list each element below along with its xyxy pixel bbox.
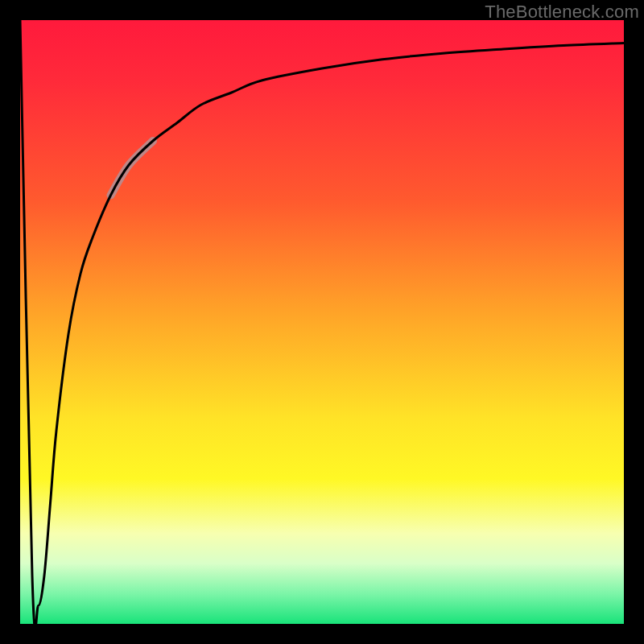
plot-area — [20, 20, 624, 624]
curve-svg — [20, 20, 624, 624]
highlight-segment — [111, 141, 154, 196]
bottleneck-curve — [20, 20, 624, 629]
curve-layer — [20, 20, 624, 629]
chart-frame: TheBottleneck.com — [0, 0, 644, 644]
